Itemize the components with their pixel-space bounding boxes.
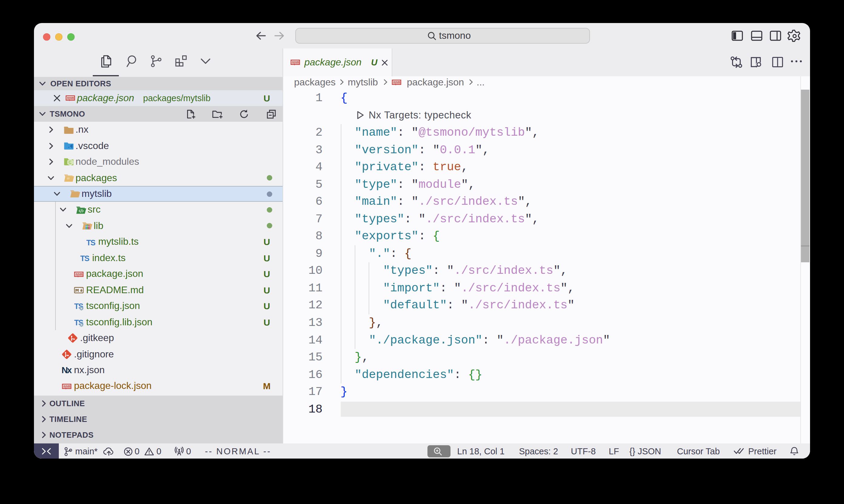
svg-text:TS: TS [80, 254, 89, 263]
svg-text:JS: JS [69, 161, 71, 164]
svg-text:Nx: Nx [62, 365, 72, 375]
svg-text:TS: TS [86, 238, 96, 247]
